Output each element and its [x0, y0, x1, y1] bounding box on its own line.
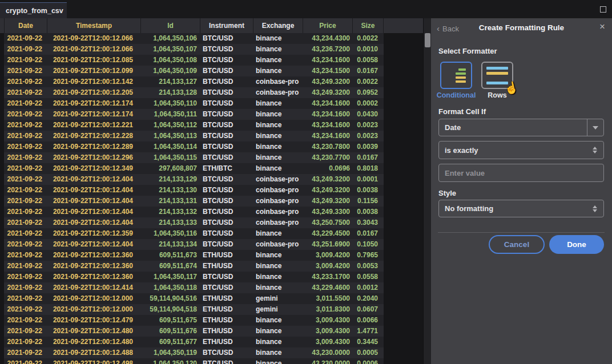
cell-id[interactable]: 1,064,350,119 — [140, 347, 200, 358]
cell-timestamp[interactable]: 2021-09-22T12:00:12.404 — [47, 217, 140, 228]
close-icon[interactable]: × — [599, 22, 605, 31]
cell-size[interactable]: 0.0012 — [352, 282, 384, 293]
cell-timestamp[interactable]: 2021-09-22T12:00:12.414 — [47, 282, 140, 293]
cell-timestamp[interactable]: 2021-09-22T12:00:12.296 — [47, 152, 140, 163]
table-row[interactable]: 2021-09-222021-09-22T12:00:12.404214,133… — [4, 174, 384, 185]
cell-price[interactable]: 43,249.3200 — [303, 174, 352, 185]
style-select[interactable]: No formatting — [438, 200, 604, 217]
cell-exchange[interactable]: binance — [253, 33, 303, 44]
cell-exchange[interactable]: binance — [253, 55, 303, 66]
cell-exchange[interactable]: gemini — [253, 293, 303, 304]
cell-date[interactable]: 2021-09-22 — [4, 337, 47, 347]
cell-timestamp[interactable]: 2021-09-22T12:00:12.479 — [47, 315, 140, 326]
table-row[interactable]: 2021-09-222021-09-22T12:00:12.0661,064,3… — [4, 33, 384, 44]
cell-date[interactable]: 2021-09-22 — [4, 261, 47, 272]
cell-date[interactable]: 2021-09-22 — [4, 141, 47, 152]
table-row[interactable]: 2021-09-222021-09-22T12:00:12.404214,133… — [4, 185, 384, 196]
cell-price[interactable]: 43,234.1600 — [303, 55, 352, 66]
cell-id[interactable]: 1,064,350,114 — [140, 141, 200, 152]
done-button[interactable]: Done — [549, 235, 604, 254]
table-row[interactable]: 2021-09-222021-09-22T12:00:12.404214,133… — [4, 239, 384, 250]
cell-size[interactable]: 0.0022 — [352, 76, 384, 87]
cell-instrument[interactable]: BTC/USD — [200, 282, 253, 293]
cell-size[interactable]: 0.0607 — [352, 304, 384, 315]
cell-timestamp[interactable]: 2021-09-22T12:00:12.228 — [47, 131, 140, 141]
cell-size[interactable]: 0.3043 — [352, 217, 384, 228]
cell-instrument[interactable]: ETH/USD — [200, 293, 253, 304]
cell-price[interactable]: 43,234.1600 — [303, 131, 352, 141]
cell-price[interactable]: 43,234.1600 — [303, 120, 352, 131]
cell-instrument[interactable]: BTC/USD — [200, 228, 253, 239]
table-row[interactable]: 2021-09-222021-09-22T12:00:12.360609,511… — [4, 250, 384, 261]
cell-date[interactable]: 2021-09-22 — [4, 217, 47, 228]
cell-instrument[interactable]: BTC/USD — [200, 131, 253, 141]
cell-price[interactable]: 3,009.4300 — [303, 326, 352, 337]
cell-id[interactable]: 214,133,131 — [140, 196, 200, 207]
cell-instrument[interactable]: ETH/USD — [200, 250, 253, 261]
cell-exchange[interactable]: binance — [253, 120, 303, 131]
table-row[interactable]: 2021-09-222021-09-22T12:00:12.0661,064,3… — [4, 44, 384, 55]
cell-id[interactable]: 609,511,673 — [140, 250, 200, 261]
cell-price[interactable]: 43,234.1600 — [303, 109, 352, 120]
cell-price[interactable]: 3,011.5500 — [303, 293, 352, 304]
column-header-price[interactable]: Price — [303, 18, 352, 33]
cell-price[interactable]: 3,009.4300 — [303, 315, 352, 326]
vertical-scrollbar[interactable] — [423, 18, 431, 364]
cell-exchange[interactable]: binance — [253, 228, 303, 239]
cell-size[interactable]: 0.0066 — [352, 315, 384, 326]
cell-instrument[interactable]: ETH/BTC — [200, 163, 253, 174]
cell-timestamp[interactable]: 2021-09-22T12:00:12.289 — [47, 141, 140, 152]
cell-instrument[interactable]: BTC/USD — [200, 272, 253, 282]
cell-instrument[interactable]: BTC/USD — [200, 120, 253, 131]
cell-instrument[interactable]: BTC/USD — [200, 44, 253, 55]
cell-timestamp[interactable]: 2021-09-22T12:00:12.174 — [47, 109, 140, 120]
table-row[interactable]: 2021-09-222021-09-22T12:00:12.0851,064,3… — [4, 55, 384, 66]
cell-date[interactable]: 2021-09-22 — [4, 272, 47, 282]
formatter-label-conditional[interactable]: Conditional — [436, 91, 477, 99]
cell-price[interactable]: 43,249.3300 — [303, 207, 352, 217]
cell-id[interactable]: 214,133,132 — [140, 207, 200, 217]
cell-instrument[interactable]: ETH/USD — [200, 315, 253, 326]
cell-timestamp[interactable]: 2021-09-22T12:00:12.085 — [47, 55, 140, 66]
table-row[interactable]: 2021-09-222021-09-22T12:00:12.2211,064,3… — [4, 120, 384, 131]
cell-timestamp[interactable]: 2021-09-22T12:00:12.360 — [47, 250, 140, 261]
cell-instrument[interactable]: BTC/USD — [200, 239, 253, 250]
cell-id[interactable]: 609,511,675 — [140, 315, 200, 326]
table-row[interactable]: 2021-09-222021-09-22T12:00:12.3591,064,3… — [4, 228, 384, 239]
maximize-icon[interactable] — [600, 6, 606, 13]
cell-id[interactable]: 214,133,133 — [140, 217, 200, 228]
cell-instrument[interactable]: BTC/USD — [200, 33, 253, 44]
cell-date[interactable]: 2021-09-22 — [4, 33, 47, 44]
cell-price[interactable]: 43,230.7700 — [303, 152, 352, 163]
cell-size[interactable]: 0.0430 — [352, 109, 384, 120]
cell-id[interactable]: 609,511,676 — [140, 326, 200, 337]
cell-price[interactable]: 3,011.8300 — [303, 304, 352, 315]
cell-exchange[interactable]: binance — [253, 163, 303, 174]
cell-id[interactable]: 1,064,350,109 — [140, 66, 200, 76]
cell-date[interactable]: 2021-09-22 — [4, 98, 47, 109]
cell-timestamp[interactable]: 2021-09-22T12:00:12.066 — [47, 44, 140, 55]
cell-exchange[interactable]: binance — [253, 261, 303, 272]
table-row[interactable]: 2021-09-222021-09-22T12:00:12.205214,133… — [4, 87, 384, 98]
cell-size[interactable]: 0.0058 — [352, 55, 384, 66]
cell-exchange[interactable]: gemini — [253, 304, 303, 315]
cell-size[interactable]: 0.0006 — [352, 358, 384, 364]
cell-id[interactable]: 59,114,904,518 — [140, 304, 200, 315]
table-row[interactable]: 2021-09-222021-09-22T12:00:12.349297,608… — [4, 163, 384, 174]
cell-date[interactable]: 2021-09-22 — [4, 174, 47, 185]
cell-timestamp[interactable]: 2021-09-22T12:00:12.359 — [47, 228, 140, 239]
cell-price[interactable]: 0.0696 — [303, 163, 352, 174]
cell-exchange[interactable]: binance — [253, 337, 303, 347]
cell-date[interactable]: 2021-09-22 — [4, 109, 47, 120]
cell-timestamp[interactable]: 2021-09-22T12:00:12.404 — [47, 196, 140, 207]
column-header-timestamp[interactable]: Timestamp — [47, 18, 140, 33]
cell-price[interactable]: 43,251.6900 — [303, 239, 352, 250]
cell-timestamp[interactable]: 2021-09-22T12:00:12.205 — [47, 87, 140, 98]
cell-instrument[interactable]: ETH/USD — [200, 261, 253, 272]
cell-size[interactable]: 0.3445 — [352, 337, 384, 347]
cell-price[interactable]: 43,249.3200 — [303, 185, 352, 196]
cell-exchange[interactable]: binance — [253, 326, 303, 337]
cell-exchange[interactable]: binance — [253, 66, 303, 76]
cell-size[interactable]: 0.0022 — [352, 33, 384, 44]
table-row[interactable]: 2021-09-222021-09-22T12:00:12.4141,064,3… — [4, 282, 384, 293]
